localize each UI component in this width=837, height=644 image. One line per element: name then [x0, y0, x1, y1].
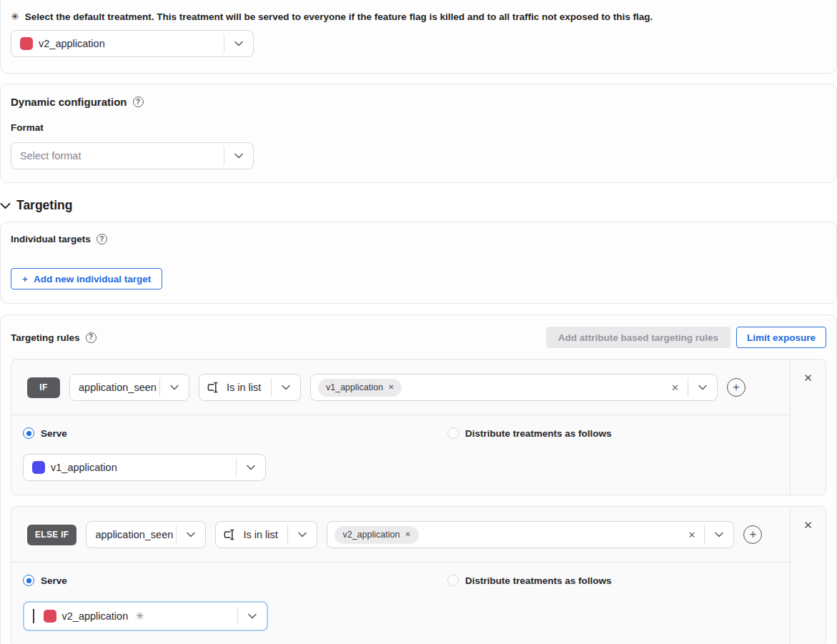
value-list-input[interactable]: v1_application ✕ ✕ — [310, 374, 718, 401]
targeting-section-header[interactable]: Targeting — [0, 198, 837, 213]
delete-rule-icon[interactable]: ✕ — [803, 372, 813, 495]
treatment-color-swatch — [44, 610, 56, 623]
help-icon[interactable]: ? — [86, 332, 96, 343]
matcher-text: Is in list — [227, 382, 261, 393]
rule-side-column: ✕ — [790, 360, 826, 495]
clear-values-icon[interactable]: ✕ — [680, 530, 705, 540]
matcher-dropdown[interactable]: Is in list — [199, 374, 301, 401]
serve-treatment-text: v2_application — [62, 610, 129, 622]
dropdown-controls — [224, 143, 253, 169]
text-caret — [33, 609, 34, 623]
value-chip: v2_application ✕ — [335, 526, 418, 544]
serve-options: Serve Distribute treatments as follows — [23, 575, 790, 586]
individual-targets-section: Individual targets ? + Add new individua… — [0, 222, 837, 304]
radio-unselected-icon[interactable] — [447, 575, 459, 586]
default-treatment-dropdown[interactable]: v2_application — [11, 30, 254, 57]
dynamic-configuration-title: Dynamic configuration — [11, 96, 127, 108]
distribute-label: Distribute treatments as follows — [465, 575, 612, 586]
rule-main: IF application_seen — [11, 360, 790, 495]
format-dropdown[interactable]: Select format — [11, 142, 254, 169]
rule-condition-row: ELSE IF application_seen — [11, 507, 790, 563]
chevron-down-icon[interactable] — [238, 613, 267, 619]
value-list-input[interactable]: v2_application ✕ ✕ — [327, 521, 734, 548]
dropdown-controls — [159, 375, 189, 400]
attribute-text: application_seen — [79, 382, 157, 393]
matcher-text: Is in list — [243, 529, 277, 540]
attribute-dropdown[interactable]: application_seen — [69, 374, 189, 401]
distribute-label: Distribute treatments as follows — [465, 428, 612, 439]
chevron-down-icon[interactable] — [177, 532, 205, 538]
chevron-down-icon[interactable] — [237, 465, 265, 470]
chip-remove-icon[interactable]: ✕ — [388, 384, 394, 391]
serve-radio-option[interactable]: Serve — [23, 427, 67, 439]
radio-selected-icon[interactable] — [23, 427, 34, 439]
distribute-radio-option[interactable]: Distribute treatments as follows — [447, 575, 612, 586]
add-individual-target-button[interactable]: + Add new individual target — [11, 268, 162, 289]
string-type-icon — [223, 527, 237, 542]
matcher-value: Is in list — [207, 380, 271, 395]
targeting-rule-1: IF application_seen — [11, 359, 826, 495]
radio-unselected-icon[interactable] — [447, 427, 459, 439]
dynamic-configuration-title-row: Dynamic configuration ? — [11, 96, 826, 108]
serve-treatment-value: v1_application — [32, 461, 236, 474]
serve-treatment-value: v2_application ✳ — [33, 609, 237, 623]
chevron-down-icon[interactable] — [272, 385, 300, 390]
rule-side-column: ✕ — [790, 507, 826, 644]
chip-remove-icon[interactable]: ✕ — [405, 531, 410, 538]
condition-keyword-badge: IF — [27, 377, 60, 398]
chevron-down-icon[interactable] — [224, 41, 253, 46]
plus-icon: + — [22, 274, 28, 284]
targeting-rules-actions: Add attribute based targeting rules Limi… — [546, 327, 826, 348]
targeting-title: Targeting — [16, 198, 72, 213]
default-treatment-marker-icon: ✳ — [135, 610, 144, 623]
chevron-down-icon[interactable] — [160, 385, 189, 390]
chevron-down-icon[interactable] — [288, 532, 317, 538]
value-chip-text: v2_application — [342, 530, 400, 540]
targeting-rule-2: ELSE IF application_seen — [11, 506, 826, 644]
chevron-down-icon[interactable] — [688, 385, 717, 390]
default-treatment-value: v2_application — [20, 37, 224, 50]
dropdown-controls — [224, 31, 253, 56]
dynamic-configuration-section: Dynamic configuration ? Format Select fo… — [0, 84, 837, 183]
dropdown-controls — [287, 522, 317, 548]
collapse-chevron-icon[interactable] — [0, 202, 11, 209]
format-label: Format — [11, 122, 826, 133]
format-dropdown-value: Select format — [20, 150, 224, 162]
add-attribute-rules-button[interactable]: Add attribute based targeting rules — [546, 327, 730, 348]
default-treatment-description: Select the default treatment. This treat… — [25, 11, 653, 23]
serve-radio-option[interactable]: Serve — [23, 575, 67, 586]
help-icon[interactable]: ? — [96, 234, 107, 244]
serve-treatment-dropdown[interactable]: v1_application — [23, 454, 266, 481]
radio-selected-icon[interactable] — [23, 575, 34, 586]
condition-keyword-badge: ELSE IF — [27, 525, 76, 545]
attribute-value: application_seen — [95, 529, 176, 540]
attribute-text: application_seen — [95, 529, 173, 540]
serve-options: Serve Distribute treatments as follows — [23, 427, 790, 439]
distribute-radio-option[interactable]: Distribute treatments as follows — [447, 427, 612, 439]
default-treatment-section: ✳ Select the default treatment. This tre… — [0, 0, 837, 74]
rule-serve-area: Serve Distribute treatments as follows v… — [11, 415, 790, 495]
serve-label: Serve — [41, 428, 67, 439]
feature-flag-definition-page: ✳ Select the default treatment. This tre… — [0, 0, 837, 644]
help-icon[interactable]: ? — [133, 96, 144, 107]
serve-treatment-dropdown-focused[interactable]: v2_application ✳ — [23, 601, 268, 631]
attribute-dropdown[interactable]: application_seen — [86, 521, 206, 548]
attribute-value: application_seen — [79, 382, 159, 393]
targeting-rules-header: Targeting rules ? Add attribute based ta… — [11, 327, 826, 348]
clear-values-icon[interactable]: ✕ — [663, 383, 688, 392]
individual-targets-title: Individual targets — [11, 234, 91, 244]
dropdown-controls — [236, 455, 265, 480]
add-condition-button[interactable]: + — [743, 525, 762, 544]
serve-label: Serve — [41, 575, 67, 586]
matcher-value: Is in list — [223, 527, 287, 542]
add-condition-button[interactable]: + — [727, 378, 746, 397]
string-type-icon — [207, 380, 221, 395]
dropdown-controls — [271, 375, 300, 400]
rule-main: ELSE IF application_seen — [11, 507, 790, 644]
chevron-down-icon[interactable] — [705, 532, 733, 538]
matcher-dropdown[interactable]: Is in list — [215, 521, 317, 548]
limit-exposure-button[interactable]: Limit exposure — [736, 327, 826, 348]
chevron-down-icon[interactable] — [224, 153, 253, 159]
delete-rule-icon[interactable]: ✕ — [803, 520, 813, 644]
value-chip-text: v1_application — [326, 382, 383, 392]
